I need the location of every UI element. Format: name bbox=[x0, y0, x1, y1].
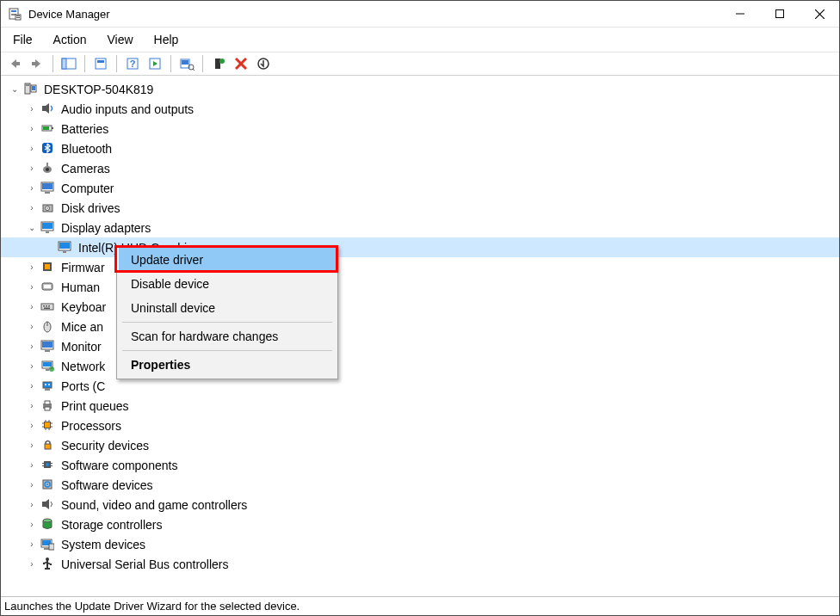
tree-root[interactable]: ⌄ DESKTOP-504K819 bbox=[1, 79, 839, 99]
scan-hardware-button[interactable] bbox=[176, 54, 197, 73]
forward-button[interactable] bbox=[27, 54, 47, 73]
tree-node[interactable]: › Batteries bbox=[1, 119, 839, 139]
sound-icon bbox=[40, 497, 56, 513]
svg-rect-4 bbox=[16, 15, 20, 16]
node-label: Security devices bbox=[61, 439, 149, 453]
menu-action[interactable]: Action bbox=[45, 29, 96, 50]
expand-icon[interactable]: › bbox=[25, 201, 39, 215]
collapse-icon[interactable]: ⌄ bbox=[8, 83, 22, 96]
system-icon bbox=[40, 537, 56, 552]
separator bbox=[84, 55, 85, 72]
swdev-icon bbox=[40, 477, 56, 493]
swcomp-icon bbox=[40, 458, 56, 473]
svg-rect-13 bbox=[62, 59, 66, 69]
context-menu-item[interactable]: Uninstall device bbox=[119, 296, 336, 320]
properties-button[interactable] bbox=[90, 54, 111, 73]
svg-rect-15 bbox=[97, 60, 104, 63]
expand-icon[interactable]: › bbox=[25, 518, 39, 532]
printer-icon bbox=[40, 398, 56, 414]
action-button[interactable] bbox=[145, 54, 165, 73]
computer-icon bbox=[40, 181, 56, 196]
node-label: Storage controllers bbox=[61, 518, 163, 532]
expand-icon[interactable]: › bbox=[25, 102, 39, 116]
display-icon bbox=[58, 240, 73, 256]
node-label: Print queues bbox=[61, 399, 129, 413]
tree-node[interactable]: › Security devices bbox=[1, 435, 839, 455]
expand-icon[interactable]: › bbox=[25, 340, 39, 354]
context-menu-item[interactable]: Update driver bbox=[119, 248, 336, 272]
back-button[interactable] bbox=[4, 54, 25, 73]
disk-icon bbox=[40, 200, 56, 216]
svg-rect-7 bbox=[776, 10, 784, 18]
expand-icon[interactable]: › bbox=[25, 538, 39, 551]
tree-node[interactable]: › Bluetooth bbox=[1, 139, 839, 158]
tree-node[interactable]: › Audio inputs and outputs bbox=[1, 99, 839, 119]
node-label: Firmwar bbox=[61, 261, 105, 274]
expand-icon[interactable]: › bbox=[25, 280, 39, 294]
tree-node[interactable]: › Print queues bbox=[1, 396, 839, 416]
expand-icon[interactable]: › bbox=[25, 498, 39, 512]
expand-icon[interactable]: › bbox=[25, 419, 39, 433]
battery-icon bbox=[40, 121, 56, 137]
expand-icon[interactable]: › bbox=[25, 439, 39, 453]
node-label: Human bbox=[61, 280, 100, 294]
close-button[interactable] bbox=[800, 1, 839, 27]
menubar: File Action View Help bbox=[1, 27, 839, 52]
menu-help[interactable]: Help bbox=[145, 29, 188, 50]
svg-line-22 bbox=[193, 69, 195, 71]
menu-separator bbox=[122, 350, 332, 351]
expand-icon[interactable]: › bbox=[25, 379, 39, 393]
tree-node[interactable]: › Software devices bbox=[1, 475, 839, 495]
tree-node[interactable]: › Software components bbox=[1, 455, 839, 475]
update-driver-button[interactable] bbox=[208, 54, 229, 73]
toolbar: ? bbox=[1, 52, 839, 76]
expand-icon[interactable]: › bbox=[25, 459, 39, 472]
svg-rect-20 bbox=[182, 60, 188, 65]
context-menu-item[interactable]: Properties bbox=[119, 353, 336, 377]
cpu-icon bbox=[40, 418, 56, 434]
tree-node[interactable]: › Sound, video and game controllers bbox=[1, 495, 839, 514]
maximize-button[interactable] bbox=[760, 1, 800, 27]
node-label: Audio inputs and outputs bbox=[61, 102, 194, 116]
port-icon bbox=[40, 379, 56, 394]
disable-button[interactable] bbox=[253, 54, 274, 73]
root-label: DESKTOP-504K819 bbox=[44, 83, 153, 96]
tree-node[interactable]: › Computer bbox=[1, 178, 839, 198]
context-menu-item[interactable]: Disable device bbox=[119, 272, 336, 296]
expand-icon[interactable]: › bbox=[25, 557, 39, 571]
expand-icon[interactable]: › bbox=[25, 142, 39, 156]
uninstall-button[interactable] bbox=[231, 54, 251, 73]
menu-view[interactable]: View bbox=[98, 29, 141, 50]
expand-icon[interactable]: › bbox=[25, 182, 39, 195]
node-label: Display adapters bbox=[61, 221, 151, 235]
expand-icon[interactable]: › bbox=[25, 162, 39, 176]
expand-icon[interactable]: › bbox=[25, 399, 39, 413]
menu-separator bbox=[122, 322, 332, 323]
menu-file[interactable]: File bbox=[4, 29, 41, 50]
node-label: Universal Serial Bus controllers bbox=[61, 557, 229, 571]
expand-icon[interactable]: › bbox=[25, 478, 39, 492]
tree-node[interactable]: › Disk drives bbox=[1, 198, 839, 218]
context-menu-item[interactable]: Scan for hardware changes bbox=[119, 324, 336, 348]
node-label: Software devices bbox=[61, 478, 153, 492]
expand-icon[interactable]: › bbox=[25, 320, 39, 334]
node-label: Ports (C bbox=[61, 379, 105, 393]
expand-icon[interactable]: › bbox=[25, 360, 39, 373]
tree-node[interactable]: › Storage controllers bbox=[1, 514, 839, 534]
minimize-button[interactable] bbox=[720, 1, 760, 27]
tree-node[interactable]: › System devices bbox=[1, 534, 839, 554]
expand-icon[interactable]: › bbox=[25, 122, 39, 136]
help-button[interactable]: ? bbox=[122, 54, 143, 73]
tree-node[interactable]: › Cameras bbox=[1, 158, 839, 178]
node-label: Software components bbox=[61, 459, 177, 472]
tree-node[interactable]: › Universal Serial Bus controllers bbox=[1, 554, 839, 574]
status-text: Launches the Update Driver Wizard for th… bbox=[4, 600, 300, 613]
expand-icon[interactable]: › bbox=[25, 261, 39, 274]
node-label: Bluetooth bbox=[61, 142, 112, 156]
node-label: Cameras bbox=[61, 162, 110, 176]
expand-icon[interactable]: › bbox=[25, 300, 39, 314]
tree-node[interactable]: › Processors bbox=[1, 416, 839, 435]
show-hide-tree-button[interactable] bbox=[59, 54, 79, 73]
tree-node[interactable]: ⌄ Display adapters bbox=[1, 218, 839, 237]
expand-icon[interactable]: ⌄ bbox=[25, 221, 39, 235]
